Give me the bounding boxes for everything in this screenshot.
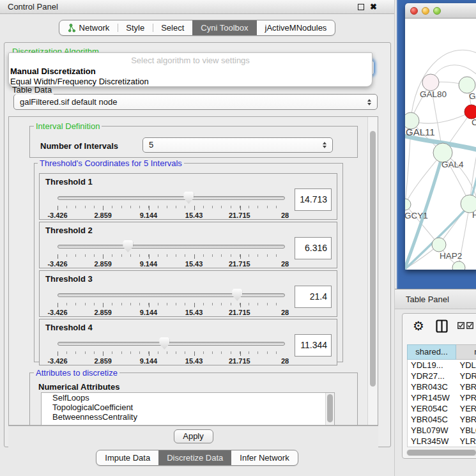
columns-icon[interactable] <box>436 319 448 335</box>
apply-row: Apply <box>8 426 378 447</box>
tab-cyni-toolbox[interactable]: Cyni Toolbox <box>192 20 256 35</box>
table-row[interactable]: YDR27...YDR2 <box>408 371 476 381</box>
float-window-icon[interactable] <box>358 4 364 10</box>
node-bottom[interactable] <box>452 261 465 270</box>
node-gal80[interactable] <box>422 74 439 91</box>
cell[interactable]: YBL079W <box>408 425 456 436</box>
threshold-1-value-field[interactable]: 14.713 <box>295 188 332 211</box>
table-row[interactable]: YER054CYER0 <box>408 403 476 414</box>
node-hap2[interactable] <box>432 238 446 252</box>
numerical-attributes-list[interactable]: SelfLoops TopologicalCoefficient Between… <box>41 392 335 426</box>
option-manual-discretization[interactable]: Manual Discretization <box>10 66 96 76</box>
cell[interactable]: YBR043C <box>408 381 456 392</box>
minimize-traffic-light-icon[interactable] <box>422 7 429 15</box>
threshold-2-slider[interactable]: -3.426 2.859 9.144 15.43 21.715 28 <box>58 240 285 267</box>
tab-jactivemnodules[interactable]: jActiveMNodules <box>257 20 335 35</box>
tab-discretize-data[interactable]: Discretize Data <box>158 450 231 465</box>
cell[interactable]: YPR145W <box>408 392 456 403</box>
threshold-3-label: Threshold 3 <box>45 274 93 284</box>
table-row[interactable]: YLR345WYLR3 <box>408 436 476 447</box>
slider-thumb[interactable] <box>159 337 169 349</box>
threshold-1-slider[interactable]: -3.426 2.859 9.144 15.43 21.715 28 <box>58 192 285 219</box>
node-label-c: C <box>472 118 476 127</box>
checked-box-icon[interactable] <box>466 322 473 329</box>
attributes-group: Numerical Attributes SelfLoops Topologic… <box>29 372 358 426</box>
tab-network[interactable]: Network <box>59 20 118 35</box>
threshold-4-slider[interactable]: -3.426 2.859 9.144 15.43 21.715 28 <box>58 337 285 364</box>
slider-track[interactable] <box>58 342 285 346</box>
cell[interactable]: YIL052C <box>408 447 456 447</box>
slider-major-ticks <box>58 303 286 307</box>
node-table: shared... na YDL19...YDL1 YDR27...YDR2 Y… <box>407 344 476 447</box>
tab-infer-network[interactable]: Infer Network <box>231 450 297 465</box>
list-scrollbar[interactable] <box>325 393 334 426</box>
slider-track[interactable] <box>58 293 285 297</box>
cell[interactable]: YBR045C <box>408 414 456 425</box>
zoom-traffic-light-icon[interactable] <box>433 7 441 15</box>
option-equal-width-frequency[interactable]: Equal Width/Frequency Discretization <box>10 77 149 86</box>
cell[interactable]: YDL1 <box>456 360 476 371</box>
slider-thumb[interactable] <box>232 289 242 301</box>
list-item[interactable]: BetweennessCentrality <box>42 412 334 422</box>
top-tabbar: Network Style Select Cyni Toolbox jActiv… <box>0 20 394 36</box>
tab-style[interactable]: Style <box>118 20 153 35</box>
table-horizontal-scrollbar[interactable] <box>406 449 476 456</box>
table-data-combobox[interactable]: galFiltered.sif default node <box>13 94 378 110</box>
checked-box-icon[interactable] <box>457 322 464 329</box>
threshold-3-value-field[interactable]: 21.4 <box>295 286 332 308</box>
close-icon[interactable]: ✖ <box>370 2 377 12</box>
threshold-2-value-field[interactable]: 6.316 <box>295 237 332 259</box>
cell[interactable]: YBL0 <box>456 425 476 436</box>
cell[interactable]: YER054C <box>408 403 456 414</box>
node-label-gal4: GAL4 <box>441 160 464 169</box>
tick-label: 21.715 <box>229 357 250 365</box>
settings-vertical-scrollbar[interactable] <box>367 117 378 425</box>
column-header-shared-name[interactable]: shared... <box>407 344 456 360</box>
network-canvas[interactable]: GAL80 GA GAL11 C GAL4 GCY1 H HAP2 <box>405 19 476 270</box>
close-traffic-light-icon[interactable] <box>410 7 418 15</box>
tab-impute-data[interactable]: Impute Data <box>96 450 158 465</box>
cell[interactable]: YPR1 <box>456 392 476 403</box>
table-row[interactable]: YDL19...YDL1 <box>408 360 476 371</box>
tab-cyni-toolbox-label: Cyni Toolbox <box>201 23 248 33</box>
tick-label: 21.715 <box>229 260 250 268</box>
cell[interactable]: YBR0 <box>456 381 476 392</box>
cell[interactable]: YLR3 <box>456 436 476 447</box>
list-item[interactable]: TopologicalCoefficient <box>42 403 334 412</box>
control-panel-titlebar: Control Panel ✖ <box>0 0 394 14</box>
network-window-titlebar[interactable] <box>405 3 476 19</box>
cell[interactable]: YIL0 <box>456 447 476 447</box>
cell[interactable]: YDR2 <box>456 371 476 381</box>
node-gcy1[interactable] <box>405 199 411 210</box>
slider-thumb[interactable] <box>123 240 133 252</box>
table-row[interactable]: YBL079WYBL0 <box>408 425 476 436</box>
network-graph: GAL80 GA GAL11 C GAL4 GCY1 H HAP2 <box>405 19 476 270</box>
table-row[interactable]: YIL052CYIL0 <box>408 447 476 447</box>
threshold-4-value-field[interactable]: 11.344 <box>295 334 332 357</box>
table-row[interactable]: YBR045CYBR0 <box>408 414 476 425</box>
table-row[interactable]: YBR043CYBR0 <box>408 381 476 392</box>
bottom-tabbar: Impute Data Discretize Data Infer Networ… <box>0 450 394 466</box>
cell[interactable]: YLR345W <box>408 436 456 447</box>
cell[interactable]: YDL19... <box>408 360 456 371</box>
thresholds-group-title: Threshold's Coordinates for 5 Intervals <box>38 158 184 168</box>
number-of-intervals-combobox[interactable]: 5 <box>142 137 333 153</box>
node-label-ga: GA <box>469 91 476 101</box>
slider-track[interactable] <box>58 245 285 249</box>
list-item[interactable]: SelfLoops <box>42 393 334 403</box>
table-row[interactable]: YPR145WYPR1 <box>408 392 476 403</box>
tab-select[interactable]: Select <box>153 20 192 35</box>
threshold-4-panel: Threshold 4 -3.426 2.859 9.144 15.43 21.… <box>39 319 337 365</box>
cell[interactable]: YER0 <box>456 403 476 414</box>
threshold-3-slider[interactable]: -3.426 2.859 9.144 15.43 21.715 28 <box>58 289 285 316</box>
column-header-name[interactable]: na <box>456 344 476 360</box>
apply-button[interactable]: Apply <box>174 429 213 443</box>
cell[interactable]: YBR0 <box>456 414 476 425</box>
slider-thumb[interactable] <box>183 192 194 204</box>
number-of-intervals-label: Number of Intervals <box>40 141 118 151</box>
node-selected-red[interactable] <box>464 105 476 119</box>
slider-track[interactable] <box>58 196 285 200</box>
gear-icon[interactable]: ⚙ <box>413 318 424 334</box>
cell[interactable]: YDR27... <box>408 371 456 381</box>
tick-label: 21.715 <box>229 309 250 316</box>
